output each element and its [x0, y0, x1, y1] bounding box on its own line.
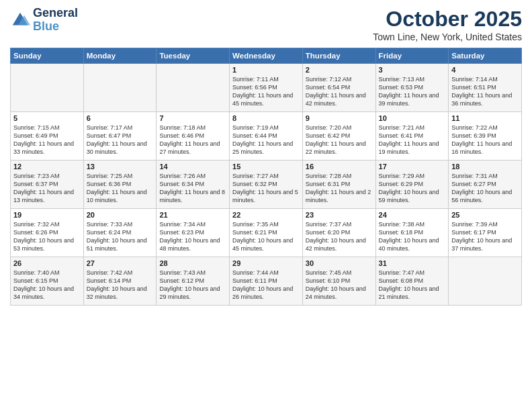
- day-number: 13: [87, 163, 154, 171]
- header-row: SundayMondayTuesdayWednesdayThursdayFrid…: [11, 48, 522, 64]
- calendar-header: SundayMondayTuesdayWednesdayThursdayFrid…: [11, 48, 522, 64]
- cell-content: Sunrise: 7:27 AM Sunset: 6:32 PM Dayligh…: [232, 172, 300, 205]
- day-number: 17: [379, 163, 446, 171]
- cell-content: Sunrise: 7:39 AM Sunset: 6:17 PM Dayligh…: [451, 220, 519, 253]
- header: General Blue October 2025 Town Line, New…: [10, 7, 522, 42]
- cell-content: Sunrise: 7:19 AM Sunset: 6:44 PM Dayligh…: [232, 124, 300, 156]
- calendar-cell: 7Sunrise: 7:18 AM Sunset: 6:46 PM Daylig…: [157, 112, 230, 161]
- day-number: 29: [232, 259, 300, 267]
- cell-content: Sunrise: 7:26 AM Sunset: 6:34 PM Dayligh…: [159, 172, 226, 205]
- title-section: October 2025 Town Line, New York, United…: [373, 7, 522, 42]
- cell-content: Sunrise: 7:43 AM Sunset: 6:12 PM Dayligh…: [159, 269, 226, 302]
- logo-icon: [10, 10, 30, 30]
- logo-text: General Blue: [33, 7, 78, 34]
- cell-content: Sunrise: 7:15 AM Sunset: 6:49 PM Dayligh…: [13, 124, 81, 156]
- cell-content: Sunrise: 7:40 AM Sunset: 6:15 PM Dayligh…: [13, 269, 81, 302]
- calendar-cell: 26Sunrise: 7:40 AM Sunset: 6:15 PM Dayli…: [11, 257, 84, 306]
- cell-content: Sunrise: 7:12 AM Sunset: 6:54 PM Dayligh…: [306, 75, 373, 108]
- cell-content: Sunrise: 7:33 AM Sunset: 6:24 PM Dayligh…: [87, 220, 154, 253]
- calendar-cell: 17Sunrise: 7:29 AM Sunset: 6:29 PM Dayli…: [375, 161, 449, 209]
- cell-content: Sunrise: 7:45 AM Sunset: 6:10 PM Dayligh…: [306, 269, 373, 302]
- cell-content: Sunrise: 7:34 AM Sunset: 6:23 PM Dayligh…: [159, 220, 226, 253]
- day-number: 7: [159, 114, 226, 122]
- cell-content: Sunrise: 7:14 AM Sunset: 6:51 PM Dayligh…: [451, 75, 519, 108]
- calendar-cell: 1Sunrise: 7:11 AM Sunset: 6:56 PM Daylig…: [230, 64, 303, 112]
- calendar-cell: 4Sunrise: 7:14 AM Sunset: 6:51 PM Daylig…: [449, 64, 522, 112]
- logo-line1: General: [33, 7, 78, 20]
- calendar-week-row: 5Sunrise: 7:15 AM Sunset: 6:49 PM Daylig…: [11, 112, 522, 161]
- calendar-table: SundayMondayTuesdayWednesdayThursdayFrid…: [10, 48, 522, 306]
- subtitle: Town Line, New York, United States: [373, 32, 522, 42]
- calendar-cell: 24Sunrise: 7:38 AM Sunset: 6:18 PM Dayli…: [375, 209, 449, 257]
- day-number: 20: [87, 211, 154, 219]
- day-number: 25: [451, 211, 519, 219]
- cell-content: Sunrise: 7:31 AM Sunset: 6:27 PM Dayligh…: [451, 172, 519, 205]
- calendar-cell: 21Sunrise: 7:34 AM Sunset: 6:23 PM Dayli…: [157, 209, 230, 257]
- calendar-cell: 25Sunrise: 7:39 AM Sunset: 6:17 PM Dayli…: [449, 209, 522, 257]
- calendar-cell: 19Sunrise: 7:32 AM Sunset: 6:26 PM Dayli…: [11, 209, 84, 257]
- calendar-cell: 30Sunrise: 7:45 AM Sunset: 6:10 PM Dayli…: [302, 257, 375, 306]
- day-number: 12: [13, 163, 81, 171]
- day-number: 30: [306, 259, 373, 267]
- calendar-cell: 14Sunrise: 7:26 AM Sunset: 6:34 PM Dayli…: [157, 161, 230, 209]
- day-number: 19: [13, 211, 81, 219]
- header-day: Tuesday: [157, 48, 230, 64]
- cell-content: Sunrise: 7:20 AM Sunset: 6:42 PM Dayligh…: [306, 124, 373, 156]
- calendar-cell: 18Sunrise: 7:31 AM Sunset: 6:27 PM Dayli…: [449, 161, 522, 209]
- day-number: 10: [379, 114, 446, 122]
- day-number: 15: [232, 163, 300, 171]
- calendar-cell: 20Sunrise: 7:33 AM Sunset: 6:24 PM Dayli…: [83, 209, 157, 257]
- logo-line2: Blue: [33, 20, 78, 34]
- cell-content: Sunrise: 7:21 AM Sunset: 6:41 PM Dayligh…: [379, 124, 446, 156]
- cell-content: Sunrise: 7:22 AM Sunset: 6:39 PM Dayligh…: [451, 124, 519, 156]
- day-number: 26: [13, 259, 81, 267]
- day-number: 11: [451, 114, 519, 122]
- day-number: 16: [306, 163, 373, 171]
- calendar-cell: 16Sunrise: 7:28 AM Sunset: 6:31 PM Dayli…: [302, 161, 375, 209]
- cell-content: Sunrise: 7:11 AM Sunset: 6:56 PM Dayligh…: [232, 75, 300, 108]
- cell-content: Sunrise: 7:13 AM Sunset: 6:53 PM Dayligh…: [379, 75, 446, 108]
- calendar-cell: 29Sunrise: 7:44 AM Sunset: 6:11 PM Dayli…: [230, 257, 303, 306]
- cell-content: Sunrise: 7:42 AM Sunset: 6:14 PM Dayligh…: [87, 269, 154, 302]
- calendar-cell: 31Sunrise: 7:47 AM Sunset: 6:08 PM Dayli…: [375, 257, 449, 306]
- day-number: 18: [451, 163, 519, 171]
- calendar-cell: 9Sunrise: 7:20 AM Sunset: 6:42 PM Daylig…: [302, 112, 375, 161]
- header-day: Wednesday: [230, 48, 303, 64]
- calendar-cell: 22Sunrise: 7:35 AM Sunset: 6:21 PM Dayli…: [230, 209, 303, 257]
- day-number: 5: [13, 114, 81, 122]
- header-day: Thursday: [302, 48, 375, 64]
- cell-content: Sunrise: 7:37 AM Sunset: 6:20 PM Dayligh…: [306, 220, 373, 253]
- cell-content: Sunrise: 7:35 AM Sunset: 6:21 PM Dayligh…: [232, 220, 300, 253]
- cell-content: Sunrise: 7:23 AM Sunset: 6:37 PM Dayligh…: [13, 172, 81, 205]
- cell-content: Sunrise: 7:18 AM Sunset: 6:46 PM Dayligh…: [159, 124, 226, 156]
- calendar-cell: 23Sunrise: 7:37 AM Sunset: 6:20 PM Dayli…: [302, 209, 375, 257]
- day-number: 4: [451, 66, 519, 74]
- page: General Blue October 2025 Town Line, New…: [0, 0, 532, 411]
- cell-content: Sunrise: 7:17 AM Sunset: 6:47 PM Dayligh…: [87, 124, 154, 156]
- calendar-cell: 28Sunrise: 7:43 AM Sunset: 6:12 PM Dayli…: [157, 257, 230, 306]
- header-day: Saturday: [449, 48, 522, 64]
- day-number: 14: [159, 163, 226, 171]
- calendar-cell: 6Sunrise: 7:17 AM Sunset: 6:47 PM Daylig…: [83, 112, 157, 161]
- day-number: 31: [379, 259, 446, 267]
- day-number: 21: [159, 211, 226, 219]
- day-number: 8: [232, 114, 300, 122]
- cell-content: Sunrise: 7:29 AM Sunset: 6:29 PM Dayligh…: [379, 172, 446, 205]
- cell-content: Sunrise: 7:47 AM Sunset: 6:08 PM Dayligh…: [379, 269, 446, 302]
- day-number: 27: [87, 259, 154, 267]
- calendar-cell: 10Sunrise: 7:21 AM Sunset: 6:41 PM Dayli…: [375, 112, 449, 161]
- day-number: 6: [87, 114, 154, 122]
- header-day: Sunday: [11, 48, 84, 64]
- calendar-cell: [83, 64, 157, 112]
- calendar-week-row: 12Sunrise: 7:23 AM Sunset: 6:37 PM Dayli…: [11, 161, 522, 209]
- calendar-cell: [11, 64, 84, 112]
- day-number: 2: [306, 66, 373, 74]
- calendar-week-row: 19Sunrise: 7:32 AM Sunset: 6:26 PM Dayli…: [11, 209, 522, 257]
- day-number: 9: [306, 114, 373, 122]
- header-day: Friday: [375, 48, 449, 64]
- calendar-week-row: 1Sunrise: 7:11 AM Sunset: 6:56 PM Daylig…: [11, 64, 522, 112]
- calendar-cell: 15Sunrise: 7:27 AM Sunset: 6:32 PM Dayli…: [230, 161, 303, 209]
- day-number: 23: [306, 211, 373, 219]
- calendar-cell: 12Sunrise: 7:23 AM Sunset: 6:37 PM Dayli…: [11, 161, 84, 209]
- calendar-cell: 13Sunrise: 7:25 AM Sunset: 6:36 PM Dayli…: [83, 161, 157, 209]
